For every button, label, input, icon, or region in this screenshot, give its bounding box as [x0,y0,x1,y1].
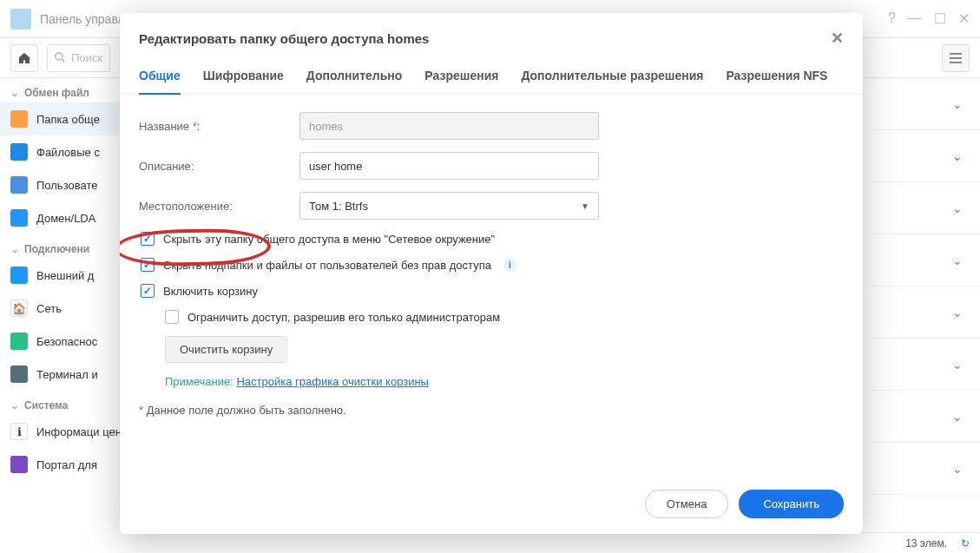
content-row-toggle[interactable]: ⌄ [871,182,980,234]
svg-rect-2 [950,53,962,55]
minimize-icon[interactable]: — [908,10,922,27]
content-row-toggle[interactable]: ⌄ [871,391,980,443]
location-label: Местоположение: [139,200,299,213]
maximize-icon[interactable]: ☐ [934,10,946,27]
hide-network-label: Скрыть эту папку общего доступа в меню "… [163,233,495,246]
sidebar-item-portal[interactable]: Портал для [0,448,122,481]
external-device-icon [10,267,28,284]
search-icon [55,52,66,63]
sidebar-group-system[interactable]: ⌄Система [0,391,122,415]
home-button[interactable] [10,44,38,72]
chevron-down-icon: ⌄ [10,243,19,255]
svg-rect-4 [950,62,962,63]
refresh-button[interactable]: ↻ [961,537,970,550]
enable-recycle-label: Включить корзину [163,285,258,298]
dialog-body: Название *: Описание: Местоположение: То… [120,95,863,477]
tab-advanced[interactable]: Дополнительно [306,60,402,94]
edit-shared-folder-dialog: Редактировать папку общего доступа homes… [120,13,863,534]
tab-adv-permissions[interactable]: Дополнительные разрешения [521,60,703,94]
empty-recycle-button[interactable]: Очистить корзину [165,336,287,363]
dialog-title: Редактировать папку общего доступа homes [139,31,831,46]
description-field[interactable] [299,152,599,180]
sidebar-group-sharing[interactable]: ⌄Обмен файл [0,78,122,102]
search-placeholder: Поиск [71,51,102,64]
required-note: * Данное поле должно быть заполнено. [139,404,844,417]
sidebar-item-shared-folder[interactable]: Папка обще [0,102,122,135]
content-row-toggle[interactable]: ⌄ [871,78,980,130]
hide-subfolders-checkbox[interactable] [141,258,155,272]
chevron-down-icon: ⌄ [952,358,963,372]
note-row: Примечание: Настройка графика очистки ко… [165,375,844,388]
name-field [299,112,599,140]
chevron-down-icon: ⌄ [952,201,963,215]
sidebar-item-file-services[interactable]: Файловые с [0,135,122,168]
sidebar-item-network[interactable]: 🏠Сеть [0,292,122,325]
restrict-admin-label: Ограничить доступ, разрешив его только а… [187,311,500,324]
info-icon: ℹ [10,423,28,440]
sidebar-item-security[interactable]: Безопаснос [0,325,122,358]
chevron-down-icon: ⌄ [10,399,19,411]
list-icon [950,52,962,64]
location-select[interactable]: Том 1: Btrfs ▼ [299,192,599,220]
restrict-admin-checkbox[interactable] [165,310,179,324]
home-icon [17,51,31,65]
item-count: 13 элем. [905,537,947,550]
caret-down-icon: ▼ [581,201,589,211]
tab-nfs-permissions[interactable]: Разрешения NFS [726,60,827,94]
description-label: Описание: [139,160,299,173]
folder-icon [10,110,28,128]
content-row-toggle[interactable]: ⌄ [871,443,980,495]
portal-icon [10,456,28,473]
name-label: Название *: [139,120,299,133]
list-view-button[interactable] [942,44,970,72]
hide-subfolders-label: Скрыть подпапки и файлы от пользователей… [163,259,491,272]
sidebar-item-external[interactable]: Внешний д [0,259,122,292]
info-icon[interactable]: i [503,259,516,272]
tab-encryption[interactable]: Шифрование [203,60,284,94]
help-icon[interactable]: ? [888,10,896,27]
dialog-footer: Отмена Сохранить [120,477,863,534]
content-row-toggle[interactable]: ⌄ [871,339,980,391]
sidebar-item-domain[interactable]: Домен/LDA [0,201,122,234]
cancel-button[interactable]: Отмена [645,490,729,518]
svg-point-0 [56,53,62,60]
content-row-toggle[interactable]: ⌄ [871,130,980,182]
network-icon: 🏠 [10,300,28,317]
sidebar-group-connectivity[interactable]: ⌄Подключени [0,234,122,259]
search-input[interactable]: Поиск [47,44,110,72]
terminal-icon [10,365,28,383]
file-service-icon [10,143,28,161]
chevron-down-icon: ⌄ [952,462,963,476]
dialog-header: Редактировать папку общего доступа homes… [120,13,863,60]
chevron-down-icon: ⌄ [952,253,963,267]
dialog-tabs: Общие Шифрование Дополнительно Разрешени… [120,60,863,95]
tab-general[interactable]: Общие [139,60,181,95]
sidebar-item-user[interactable]: Пользовате [0,168,122,201]
content-row-toggle[interactable]: ⌄ [871,286,980,339]
chevron-down-icon: ⌄ [952,97,963,111]
hide-network-checkbox[interactable] [141,232,155,246]
window-controls: ? — ☐ ✕ [888,10,970,27]
status-bar: 13 элем. ↻ [122,532,980,553]
svg-rect-3 [950,57,962,59]
app-icon [10,9,31,30]
recycle-schedule-link[interactable]: Настройка графика очистки корзины [236,375,428,388]
shield-icon [10,332,28,350]
chevron-down-icon: ⌄ [952,149,963,163]
tab-permissions[interactable]: Разрешения [424,60,498,94]
note-label: Примечание: [165,375,233,388]
dialog-close-button[interactable]: ✕ [831,29,844,48]
domain-icon [10,209,28,227]
location-value: Том 1: Btrfs [309,200,368,213]
sidebar-item-terminal[interactable]: Терминал и [0,358,122,391]
enable-recycle-checkbox[interactable] [141,284,155,298]
close-icon[interactable]: ✕ [958,10,970,27]
user-icon [10,176,28,194]
chevron-down-icon: ⌄ [10,87,19,99]
sidebar: ⌄Обмен файл Папка обще Файловые с Пользо… [0,78,122,553]
sidebar-item-info[interactable]: ℹИнформаци центр [0,415,122,448]
chevron-down-icon: ⌄ [952,306,963,319]
save-button[interactable]: Сохранить [739,490,844,518]
chevron-down-icon: ⌄ [952,410,963,424]
content-row-toggle[interactable]: ⌄ [871,234,980,286]
